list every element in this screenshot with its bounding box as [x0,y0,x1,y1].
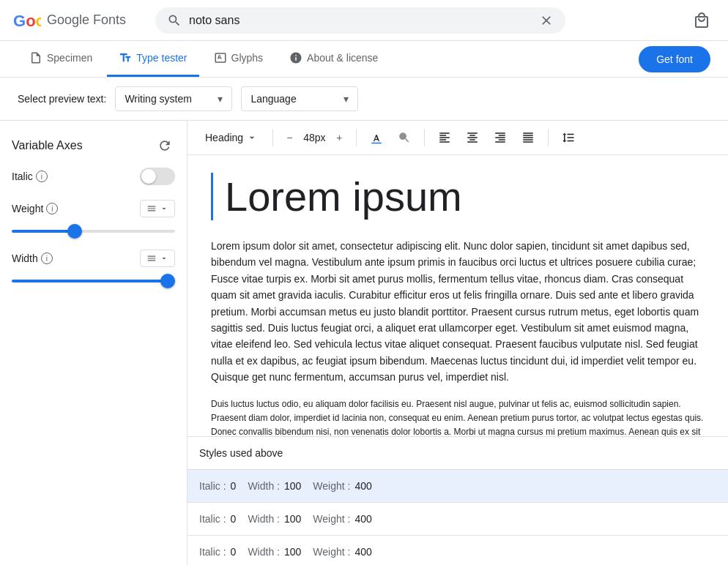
logo-text: Google Fonts [47,12,126,28]
shopping-bag-button[interactable] [687,6,716,35]
style-weight-2: Weight : 400 [313,546,371,558]
clear-search-button[interactable] [539,13,554,28]
italic-toggle[interactable] [140,168,175,185]
styles-used-header: Styles used above [187,437,728,469]
writing-system-dropdown[interactable]: Writing system ▾ [115,86,232,111]
style-italic-2: Italic : 0 [199,546,236,558]
width-slider[interactable] [12,280,175,282]
align-center-button[interactable] [461,127,483,149]
nav-tabs: Specimen Type tester Glyphs About & lice… [0,41,728,78]
align-center-icon [466,131,479,144]
line-spacing-icon [562,131,575,144]
tab-glyphs[interactable]: Glyphs [202,41,275,77]
search-bar [155,7,565,34]
preview-area: Lorem ipsum Lorem ipsum dolor sit amet, … [187,155,728,436]
style-row-1: Italic : 0 Width : 100 Weight : 400 [187,502,728,535]
weight-axis-section: Weight i [12,200,175,235]
italic-info-icon[interactable]: i [36,171,48,182]
font-size-display: 48px [300,132,329,143]
align-left-button[interactable] [434,127,456,149]
decrease-font-size-button[interactable]: − [282,127,297,148]
tab-type-tester-label: Type tester [136,52,187,64]
svg-rect-1 [371,143,382,144]
align-right-icon [494,131,507,144]
line-spacing-button[interactable] [557,127,579,149]
italic-toggle-thumb [141,169,156,184]
sidebar-header: Variable Axes [12,135,175,156]
glyphs-icon [214,51,227,64]
heading-preview: Lorem ipsum [211,173,705,220]
body-preview-2: Duis luctus luctus odio, eu aliquam dolo… [211,397,705,436]
style-select-chevron-icon [246,132,258,143]
style-width-2: Width : 100 [248,546,301,558]
width-menu-icon [146,253,157,263]
search-input[interactable] [189,14,532,27]
logo-area: Google Google Fonts [12,6,144,35]
highlight-icon [398,131,411,144]
type-tester-icon [119,51,132,64]
google-logo-icon: Google [12,6,41,35]
main-layout: Variable Axes Italic i [0,121,728,565]
toolbar-divider-1 [272,129,273,146]
tab-about-label: About & license [307,52,378,64]
weight-menu-icon [146,203,157,214]
toolbar-divider-4 [548,129,549,146]
refresh-button[interactable] [155,135,175,156]
style-select-label: Heading [205,132,243,143]
header: Google Google Fonts [0,0,728,41]
tab-about[interactable]: About & license [278,41,390,77]
font-toolbar: Heading − 48px + [187,121,728,155]
weight-info-icon[interactable]: i [46,203,58,214]
toolbar-divider-2 [356,129,357,146]
width-row: Width i [12,250,175,267]
style-select-dropdown[interactable]: Heading [199,129,264,146]
align-justify-icon [521,131,535,144]
width-menu-chevron-icon [160,254,168,263]
writing-system-chevron-icon: ▾ [218,93,223,105]
tab-specimen-label: Specimen [47,52,92,64]
weight-label: Weight i [12,203,140,214]
width-menu-button[interactable] [140,250,175,267]
italic-axis-section: Italic i [12,168,175,185]
style-weight-1: Weight : 400 [313,513,371,525]
style-row-0: Italic : 0 Width : 100 Weight : 400 [187,469,728,502]
about-icon [289,51,302,64]
align-right-button[interactable] [489,127,511,149]
highlight-button[interactable] [393,127,415,149]
weight-row: Weight i [12,200,175,217]
refresh-icon [157,138,172,153]
header-right [687,6,716,35]
styles-used-section: Styles used above Italic : 0 Width : 100… [187,436,728,565]
width-slider-container [12,273,175,285]
body-preview-1: Lorem ipsum dolor sit amet, consectetur … [211,238,705,386]
language-dropdown[interactable]: Language ▾ [241,86,358,111]
align-left-icon [438,131,451,144]
text-color-icon [370,131,383,144]
font-size-control: − 48px + [282,127,346,148]
width-axis-section: Width i [12,250,175,285]
specimen-icon [29,51,42,64]
align-justify-button[interactable] [517,127,539,149]
style-italic-0: Italic : 0 [199,480,236,492]
style-italic-1: Italic : 0 [199,513,236,525]
toolbar-divider-3 [424,129,425,146]
weight-slider[interactable] [12,230,175,233]
search-icon [167,13,182,28]
width-label: Width i [12,252,140,264]
preview-controls: Select preview text: Writing system ▾ La… [0,78,728,121]
language-chevron-icon: ▾ [343,93,349,105]
style-weight-0: Weight : 400 [313,480,371,492]
increase-font-size-button[interactable]: + [332,127,346,148]
text-color-button[interactable] [365,127,387,149]
weight-menu-chevron-icon [160,204,168,213]
sidebar: Variable Axes Italic i [0,121,187,565]
get-font-button[interactable]: Get font [639,46,710,72]
width-info-icon[interactable]: i [41,252,53,264]
tab-glyphs-label: Glyphs [231,52,264,64]
tab-type-tester[interactable]: Type tester [107,41,198,77]
tab-specimen[interactable]: Specimen [18,41,104,77]
style-row-2: Italic : 0 Width : 100 Weight : 400 [187,535,728,565]
weight-menu-button[interactable] [140,200,175,217]
italic-label: Italic i [12,171,140,182]
italic-row: Italic i [12,168,175,185]
